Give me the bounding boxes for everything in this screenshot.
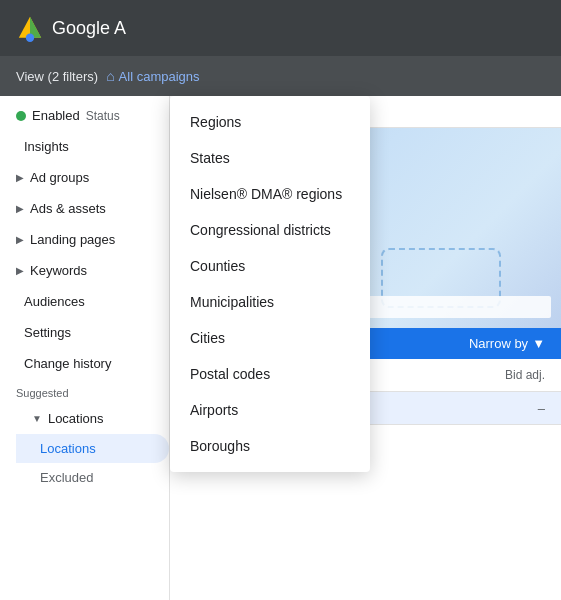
expand-arrow-icon: ▶ — [16, 234, 24, 245]
narrow-by-button[interactable]: Narrow by ▼ — [469, 336, 545, 351]
status-enabled-label: Enabled — [32, 108, 80, 123]
view-filter-text: View (2 filters) — [16, 69, 98, 84]
keywords-label: Keywords — [30, 263, 87, 278]
sidebar-item-ad-groups[interactable]: ▶ Ad groups — [0, 162, 169, 193]
ad-groups-label: Ad groups — [30, 170, 89, 185]
all-campaigns-label: All campaigns — [119, 69, 200, 84]
sidebar: Enabled Status Insights ▶ Ad groups ▶ Ad… — [0, 96, 170, 600]
narrow-by-label: Narrow by — [469, 336, 528, 351]
sidebar-item-insights[interactable]: Insights — [0, 131, 169, 162]
expand-arrow-icon: ▶ — [16, 172, 24, 183]
dropdown-item-states[interactable]: States — [170, 140, 370, 176]
status-sub-label: Status — [86, 109, 120, 123]
status-row: Enabled Status — [0, 100, 169, 131]
locations-group: ▼ Locations Locations Excluded — [0, 403, 169, 492]
dropdown-item-boroughs[interactable]: Boroughs — [170, 428, 370, 464]
landing-pages-label: Landing pages — [30, 232, 115, 247]
audiences-label: Audiences — [24, 294, 85, 309]
dropdown-item-postal-codes[interactable]: Postal codes — [170, 356, 370, 392]
dropdown-item-counties[interactable]: Counties — [170, 248, 370, 284]
dropdown-menu: Regions States Nielsen® DMA® regions Con… — [170, 96, 370, 472]
expand-arrow-icon: ▼ — [32, 413, 42, 424]
sidebar-sub-item-locations[interactable]: Locations — [16, 434, 169, 463]
change-history-label: Change history — [24, 356, 111, 371]
narrow-by-arrow-icon: ▼ — [532, 336, 545, 351]
table-header-bid: Bid adj. — [505, 368, 545, 382]
dropdown-item-congressional[interactable]: Congressional districts — [170, 212, 370, 248]
locations-sub-label: Locations — [40, 441, 96, 456]
main-layout: Enabled Status Insights ▶ Ad groups ▶ Ad… — [0, 96, 561, 600]
sidebar-item-keywords[interactable]: ▶ Keywords — [0, 255, 169, 286]
home-icon: ⌂ — [106, 68, 114, 84]
logo-text: Google A — [52, 18, 126, 39]
expand-arrow-icon: ▶ — [16, 203, 24, 214]
svg-point-2 — [26, 34, 34, 42]
excluded-sub-label: Excluded — [40, 470, 93, 485]
suggested-section-label: Suggested — [0, 379, 169, 403]
dropdown-item-regions[interactable]: Regions — [170, 104, 370, 140]
insights-label: Insights — [24, 139, 69, 154]
ads-assets-label: Ads & assets — [30, 201, 106, 216]
row-bid-value: – — [538, 401, 545, 416]
sidebar-item-landing-pages[interactable]: ▶ Landing pages — [0, 224, 169, 255]
dropdown-item-municipalities[interactable]: Municipalities — [170, 284, 370, 320]
dropdown-item-airports[interactable]: Airports — [170, 392, 370, 428]
dropdown-item-cities[interactable]: Cities — [170, 320, 370, 356]
sidebar-item-locations-expandable[interactable]: ▼ Locations — [16, 403, 169, 434]
google-ads-logo-icon — [16, 14, 44, 42]
sidebar-item-change-history[interactable]: Change history — [0, 348, 169, 379]
sidebar-item-audiences[interactable]: Audiences — [0, 286, 169, 317]
all-campaigns-link[interactable]: ⌂ All campaigns — [106, 68, 199, 84]
settings-label: Settings — [24, 325, 71, 340]
google-ads-logo: Google A — [16, 14, 126, 42]
sidebar-item-settings[interactable]: Settings — [0, 317, 169, 348]
sidebar-sub-item-excluded[interactable]: Excluded — [16, 463, 169, 492]
sub-header: View (2 filters) ⌂ All campaigns — [0, 56, 561, 96]
sidebar-item-ads-assets[interactable]: ▶ Ads & assets — [0, 193, 169, 224]
expand-arrow-icon: ▶ — [16, 265, 24, 276]
enabled-status-dot — [16, 111, 26, 121]
dropdown-item-nielsen-dma[interactable]: Nielsen® DMA® regions — [170, 176, 370, 212]
top-header: Google A — [0, 0, 561, 56]
locations-group-label: Locations — [48, 411, 104, 426]
